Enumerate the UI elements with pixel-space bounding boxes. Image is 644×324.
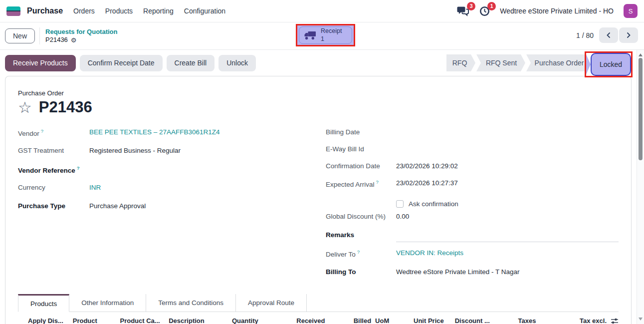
ask-confirmation-label: Ask confirmation <box>409 200 458 208</box>
global-discount-value[interactable]: 0.00 <box>396 212 409 220</box>
chevron-right-icon <box>626 32 631 38</box>
locked-annotation-box: Locked <box>585 51 633 77</box>
optional-columns-icon[interactable] <box>611 318 619 324</box>
breadcrumb-divider <box>39 27 40 44</box>
receive-products-button[interactable]: Receive Products <box>5 55 76 71</box>
purchase-order-screen: Purchase Orders Products Reporting Confi… <box>0 0 644 324</box>
favorite-star-icon[interactable]: ☆ <box>18 100 32 115</box>
statusbar: RFQ RFQ Sent Purchase Order <box>446 54 591 71</box>
fields-right-column: Billing Date E-Way Bill Id Confirmation … <box>326 128 619 286</box>
confirm-receipt-date-button[interactable]: Confirm Receipt Date <box>80 55 163 71</box>
vendor-value[interactable]: BEE PEE TEXTILES – 27AAFFB3061R1Z4 <box>89 128 220 136</box>
col-uom[interactable]: UoM <box>375 317 405 324</box>
top-navbar: Purchase Orders Products Reporting Confi… <box>0 0 644 22</box>
nav-products[interactable]: Products <box>105 7 133 15</box>
col-apply-discount[interactable]: Apply Dis... <box>28 317 73 324</box>
scrollbar-thumb[interactable] <box>639 58 643 160</box>
confirmation-date-label: Confirmation Date <box>326 162 396 170</box>
receipt-label: Receipt <box>321 27 342 35</box>
gst-treatment-value[interactable]: Registered Business - Regular <box>89 146 181 154</box>
ask-confirmation-checkbox[interactable] <box>396 200 404 208</box>
col-quantity[interactable]: Quantity <box>221 317 258 324</box>
messages-badge: 3 <box>467 2 475 10</box>
field-vendor: Vendor BEE PEE TEXTILES – 27AAFFB3061R1Z… <box>18 128 326 146</box>
status-step-rfq[interactable]: RFQ <box>446 54 475 71</box>
billing-to-value[interactable]: Wedtree eStore Private Limited - T Nagar <box>396 268 520 276</box>
nav-configuration[interactable]: Configuration <box>184 7 225 15</box>
pager-previous-button[interactable] <box>599 27 618 43</box>
status-chevron-icon <box>586 53 591 76</box>
create-bill-button[interactable]: Create Bill <box>167 55 215 71</box>
pager-value: 1 / 80 <box>576 31 594 39</box>
pager-next-button[interactable] <box>619 27 638 43</box>
form-sheet: Purchase Order ☆ P21436 Vendor BEE PEE T… <box>5 76 632 324</box>
company-switcher[interactable]: Wedtree eStore Private Limited - HO <box>500 7 614 15</box>
global-discount-label: Global Discount (%) <box>326 212 396 220</box>
receipt-smart-button[interactable]: Receipt 1 <box>299 26 352 44</box>
currency-value[interactable]: INR <box>89 183 101 191</box>
breadcrumb: Requests for Quotation P21436 ⚙ <box>45 28 117 44</box>
col-product[interactable]: Product <box>73 317 120 324</box>
remarks-input[interactable] <box>396 232 619 242</box>
field-billing-date: Billing Date <box>326 128 619 145</box>
tab-terms-and-conditions[interactable]: Terms and Conditions <box>146 294 236 312</box>
activities-icon[interactable]: 1 <box>479 6 490 16</box>
breadcrumb-parent-link[interactable]: Requests for Quotation <box>45 28 117 36</box>
expected-arrival-label: Expected Arrival <box>326 179 396 188</box>
nav-orders[interactable]: Orders <box>73 7 95 15</box>
field-vendor-reference: Vendor Reference <box>18 165 326 183</box>
col-product-category[interactable]: Product Ca... <box>120 317 169 324</box>
scrollbar-down-arrow-icon[interactable] <box>639 318 643 321</box>
nav-reporting[interactable]: Reporting <box>143 7 174 15</box>
eway-bill-label: E-Way Bill Id <box>326 145 396 153</box>
field-billing-to: Billing To Wedtree eStore Private Limite… <box>326 268 619 286</box>
col-taxes[interactable]: Taxes <box>518 317 558 324</box>
app-name[interactable]: Purchase <box>27 6 63 15</box>
purchase-type-label: Purchase Type <box>18 202 89 210</box>
gear-icon[interactable]: ⚙ <box>71 37 77 43</box>
receipt-annotation-box: Receipt 1 <box>296 24 355 46</box>
app-logo-icon[interactable] <box>6 6 20 16</box>
tab-products[interactable]: Products <box>18 294 69 312</box>
status-step-rfq-sent[interactable]: RFQ Sent <box>476 54 525 71</box>
vendor-reference-label: Vendor Reference <box>18 165 89 174</box>
purchase-type-value[interactable]: Purchase Approval <box>89 202 146 210</box>
vendor-label: Vendor <box>18 128 89 137</box>
tab-other-information[interactable]: Other Information <box>69 294 146 312</box>
col-description[interactable]: Description <box>169 317 221 324</box>
billing-date-label: Billing Date <box>326 128 396 136</box>
vertical-scrollbar[interactable] <box>637 50 644 324</box>
fields-left-column: Vendor BEE PEE TEXTILES – 27AAFFB3061R1Z… <box>18 128 326 286</box>
field-expected-arrival: Expected Arrival 23/02/2026 10:27:37 <box>326 179 619 195</box>
confirmation-date-value[interactable]: 23/02/2026 10:29:02 <box>396 162 458 170</box>
col-unit-price[interactable]: Unit Price <box>405 317 444 324</box>
currency-label: Currency <box>18 183 89 191</box>
col-tax-excl[interactable]: Tax excl. <box>558 317 607 324</box>
deliver-to-value[interactable]: VENDOR IN: Receipts <box>396 249 463 257</box>
receipt-count: 1 <box>321 35 342 43</box>
expected-arrival-value[interactable]: 23/02/2026 10:27:37 <box>396 179 458 187</box>
field-gst-treatment: GST Treatment Registered Business - Regu… <box>18 146 326 165</box>
messages-icon[interactable]: 3 <box>457 6 469 16</box>
col-billed[interactable]: Billed <box>325 317 371 324</box>
unlock-button[interactable]: Unlock <box>218 55 256 71</box>
tab-approval-route[interactable]: Approval Route <box>236 294 307 312</box>
field-confirmation-date: Confirmation Date 23/02/2026 10:29:02 <box>326 162 619 179</box>
billing-to-label: Billing To <box>326 268 396 276</box>
remarks-label: Remarks <box>326 231 396 239</box>
scrollbar-up-arrow-icon[interactable] <box>639 53 643 56</box>
deliver-to-label: Deliver To <box>326 249 396 258</box>
breadcrumb-current: P21436 <box>45 36 68 44</box>
status-step-locked[interactable]: Locked <box>591 53 631 76</box>
pager: 1 / 80 <box>576 27 638 43</box>
col-received[interactable]: Received <box>258 317 325 324</box>
col-discount[interactable]: Discount ... <box>455 317 499 324</box>
status-step-purchase-order[interactable]: Purchase Order <box>526 54 591 71</box>
order-title: P21436 <box>39 98 92 116</box>
activities-badge: 1 <box>487 2 496 10</box>
field-purchase-type: Purchase Type Purchase Approval <box>18 202 326 220</box>
truck-icon <box>304 31 316 40</box>
new-button[interactable]: New <box>5 28 35 43</box>
user-avatar[interactable]: S <box>624 4 638 18</box>
chevron-left-icon <box>606 32 611 38</box>
